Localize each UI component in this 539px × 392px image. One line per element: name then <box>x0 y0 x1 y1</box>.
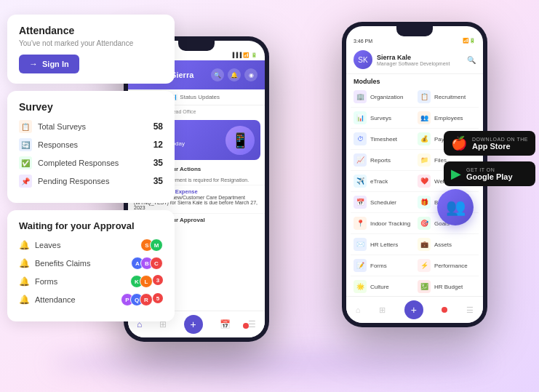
module-icon-employees: 👥 <box>418 111 431 124</box>
module-employees[interactable]: 👥 Employees <box>415 108 479 129</box>
module-label-recruitment: Recruitment <box>434 94 466 100</box>
avatar-group-attendance: P Q R 5 <box>121 293 163 306</box>
module-performance[interactable]: ⚡ Performance <box>415 255 479 276</box>
google-play-name: Google Play <box>466 172 513 181</box>
lp-search-icon[interactable]: 🔍 <box>211 68 224 81</box>
bell-icon-forms: 🔔 <box>19 276 30 287</box>
google-play-sub-label: GET IT ON <box>466 167 513 172</box>
approval-row-attendance: 🔔 Attendance P Q R 5 <box>19 293 163 306</box>
module-icon-goals: 🎯 <box>418 217 431 230</box>
rp-time: 3:46 PM <box>354 39 372 44</box>
rp-bottom-nav: ⌂ ⊞ + ☰ <box>346 296 483 323</box>
module-label-timesheet: Timesheet <box>370 136 397 143</box>
rp-bottom-grid-icon[interactable]: ⊞ <box>379 305 386 315</box>
approval-label-attendance: Attendance <box>35 295 76 304</box>
module-icon-files: 📁 <box>418 153 431 167</box>
attendance-card: Attendance You've not marked your Attend… <box>7 15 175 84</box>
module-icon-assets: 💼 <box>418 238 431 251</box>
module-label-etrack: eTrack <box>370 178 388 185</box>
phones-container: 3:45 PM ▐▐▐ 📶 🔋 👩 Hi, Sierra 🔍 🔔 ◉ 🏠 Hom… <box>124 7 531 378</box>
google-play-badge[interactable]: ▶ GET IT ON Google Play <box>444 161 535 186</box>
survey-label-responses: Responses <box>38 140 78 149</box>
lp-fab-button[interactable]: + <box>184 315 203 334</box>
avatar-group-leaves: S M <box>140 239 163 252</box>
sign-in-label: Sign In <box>42 60 69 68</box>
module-icon-performance: ⚡ <box>418 259 431 272</box>
google-play-icon: ▶ <box>451 166 461 182</box>
lp-notification-icon[interactable]: 🔔 <box>228 68 241 81</box>
lp-bottom-calendar-icon[interactable]: 📅 <box>220 319 231 329</box>
survey-count-completed: 35 <box>153 158 163 168</box>
arrow-right-icon: → <box>29 59 38 69</box>
phone-right-notch <box>396 26 433 36</box>
module-etrack[interactable]: ✈️ eTrack <box>351 171 415 192</box>
module-label-assets: Assets <box>434 241 452 248</box>
survey-row-completed: ✅ Completed Responses 35 <box>19 156 163 169</box>
module-icon-recruitment: 📋 <box>418 90 431 103</box>
lp-notification-dot <box>243 323 249 329</box>
lp-bottom-menu-icon[interactable]: ☰ <box>248 319 256 329</box>
module-icon-surveys: 📊 <box>354 111 367 124</box>
module-label-scheduler: Scheduler <box>370 199 396 206</box>
rp-user-avatar: SK <box>354 50 372 69</box>
module-label-organization: Organization <box>370 94 403 100</box>
survey-label-total: Total Surveys <box>38 122 86 131</box>
badge-count-forms: 3 <box>153 275 163 285</box>
module-timesheet[interactable]: ⏱ Timesheet <box>351 129 415 150</box>
sign-in-button[interactable]: → Sign In <box>19 55 79 73</box>
module-forms[interactable]: 📝 Forms <box>351 255 415 276</box>
module-icon-indoor-tracking: 📍 <box>354 217 367 230</box>
rp-user-role: Manager Software Development <box>377 61 450 66</box>
avatar-group-benefits: A B C <box>131 257 163 270</box>
rp-search-icon[interactable]: 🔍 <box>467 56 476 64</box>
module-icon-reports: 📈 <box>354 153 367 167</box>
lp-banner-illustration: 📱 <box>225 126 255 155</box>
module-icon-organization: 🏢 <box>354 90 367 103</box>
rp-bottom-home-icon[interactable]: ⌂ <box>356 305 361 314</box>
module-culture[interactable]: 🌟 Culture <box>351 276 415 297</box>
module-label-hr-letters: HR Letters <box>370 241 398 248</box>
approval-row-benefits: 🔔 Benefits Claims A B C <box>19 257 163 270</box>
module-hr-letters[interactable]: ✉️ HR Letters <box>351 234 415 255</box>
survey-card: Survey 📋 Total Surveys 58 🔄 Responses 12… <box>7 91 175 203</box>
lp-signal-icons: ▐▐▐ 📶 🔋 <box>231 52 257 58</box>
survey-icon-completed: ✅ <box>19 156 32 169</box>
apple-icon: 🍎 <box>451 135 467 151</box>
survey-count-pending: 35 <box>153 176 163 186</box>
rp-user-name: Sierra Kale <box>377 54 450 61</box>
rp-signal-icons: 📶🔋 <box>463 38 476 44</box>
module-reports[interactable]: 📈 Reports <box>351 150 415 171</box>
store-badges: 🍎 DOWNLOAD ON THE App Store ▶ GET IT ON … <box>444 131 535 186</box>
rp-modules-title: Modules <box>346 74 483 87</box>
module-label-culture: Culture <box>370 284 389 290</box>
survey-count-responses: 12 <box>153 140 163 150</box>
lp-profile-icon[interactable]: ◉ <box>244 68 257 81</box>
rp-header: SK Sierra Kale Manager Software Developm… <box>346 46 483 74</box>
module-icon-scheduler: 📅 <box>354 196 367 209</box>
survey-count-total: 58 <box>153 121 163 132</box>
module-recruitment[interactable]: 📋 Recruitment <box>415 87 479 108</box>
approval-label-forms: Forms <box>35 277 57 286</box>
module-assets[interactable]: 💼 Assets <box>415 234 479 255</box>
google-play-text: GET IT ON Google Play <box>466 167 513 181</box>
module-indoor-tracking[interactable]: 📍 Indoor Tracking <box>351 213 415 234</box>
module-icon-hr-budget: 💹 <box>418 280 431 293</box>
avatar-7: L <box>140 275 153 288</box>
survey-title: Survey <box>19 101 163 113</box>
lp-nav-status-label: Status Updates <box>180 94 220 100</box>
module-hr-budget[interactable]: 💹 HR Budget <box>415 276 479 297</box>
rp-bottom-menu-icon[interactable]: ☰ <box>466 305 474 315</box>
phone-left-notch <box>178 41 215 51</box>
app-store-badge[interactable]: 🍎 DOWNLOAD ON THE App Store <box>444 131 535 156</box>
module-scheduler[interactable]: 📅 Scheduler <box>351 192 415 213</box>
approval-label-benefits: Benefits Claims <box>35 259 90 268</box>
left-cards-panel: Attendance You've not marked your Attend… <box>7 15 175 321</box>
module-icon-benefits: 🎁 <box>418 196 431 209</box>
rp-fab-button[interactable]: + <box>404 300 423 319</box>
module-organization[interactable]: 🏢 Organization <box>351 87 415 108</box>
bell-icon-leaves: 🔔 <box>19 240 30 250</box>
rp-user-info: Sierra Kale Manager Software Development <box>377 54 450 66</box>
module-icon-timesheet: ⏱ <box>354 132 367 145</box>
module-surveys[interactable]: 📊 Surveys <box>351 108 415 129</box>
survey-icon-responses: 🔄 <box>19 138 32 151</box>
